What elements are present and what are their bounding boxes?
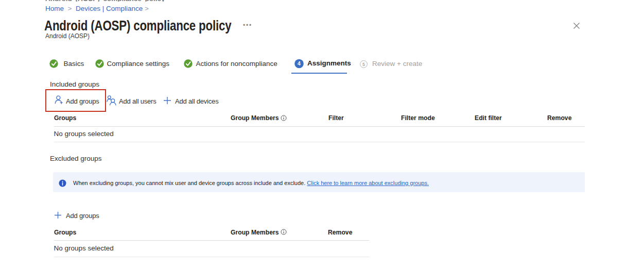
svg-text:4: 4 — [298, 60, 301, 66]
svg-text:5: 5 — [362, 61, 365, 66]
